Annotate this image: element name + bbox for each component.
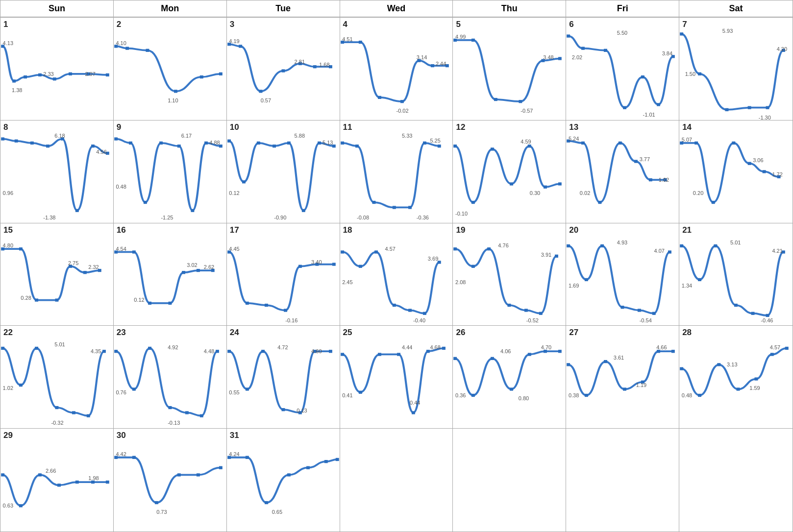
chart-label-22-0: 5.01	[54, 341, 65, 347]
svg-rect-11	[174, 90, 177, 93]
week-row-2: 86.180.96-1.384.5696.170.48-1.254.88105.…	[0, 121, 793, 223]
chart-label-22-2: -0.32	[51, 420, 63, 426]
chart-label-11-0: 5.33	[402, 133, 412, 139]
chart-label-28-2: 1.59	[749, 385, 760, 391]
svg-rect-135	[585, 278, 588, 281]
svg-rect-161	[216, 350, 219, 353]
svg-rect-128	[471, 265, 475, 267]
svg-rect-158	[168, 406, 172, 409]
chart-19	[453, 223, 566, 326]
day-number-25: 25	[343, 328, 352, 338]
day-number-21: 21	[682, 225, 692, 235]
svg-rect-116	[284, 309, 287, 312]
day-number-30: 30	[117, 431, 126, 440]
empty-cell-4-4	[453, 429, 566, 532]
svg-rect-154	[102, 350, 106, 353]
day-number-27: 27	[569, 328, 578, 338]
svg-rect-130	[508, 303, 511, 306]
chart-30	[114, 429, 226, 532]
empty-cell-4-6	[679, 429, 793, 532]
svg-rect-86	[581, 142, 585, 145]
svg-rect-97	[763, 170, 766, 173]
chart-label-24-3: 4.60	[311, 348, 322, 354]
svg-rect-24	[400, 100, 404, 103]
week-row-5: 292.660.631.98304.420.73314.240.65	[0, 429, 793, 532]
svg-rect-213	[287, 473, 291, 476]
chart-label-4-2: 3.14	[417, 54, 427, 60]
chart-label-25-2: 0.44	[410, 400, 420, 406]
day-cell-12: 124.59-0.100.30	[453, 121, 566, 223]
svg-rect-22	[358, 41, 362, 44]
svg-rect-77	[437, 145, 441, 147]
day-cell-2: 24.101.10	[114, 18, 227, 120]
svg-rect-43	[725, 108, 729, 111]
svg-rect-44	[748, 106, 751, 109]
day-number-19: 19	[456, 225, 465, 235]
day-cell-28: 283.130.481.594.57	[679, 326, 793, 428]
svg-rect-83	[544, 185, 547, 188]
svg-rect-156	[132, 388, 136, 391]
chart-28	[679, 326, 793, 428]
day-number-7: 7	[682, 20, 687, 29]
chart-label-21-1: 1.34	[682, 283, 692, 289]
svg-rect-179	[510, 388, 514, 391]
chart-1	[0, 18, 113, 120]
chart-label-14-2: 3.06	[753, 157, 763, 163]
day-cell-3: 34.190.572.811.68	[227, 18, 340, 120]
svg-rect-104	[83, 271, 87, 274]
chart-label-27-1: 0.38	[569, 392, 579, 398]
svg-rect-5	[69, 73, 72, 75]
svg-rect-38	[641, 75, 644, 78]
empty-cell-4-3	[340, 429, 453, 532]
day-cell-24: 244.720.550.134.60	[227, 326, 340, 428]
svg-rect-69	[318, 142, 321, 145]
chart-3	[227, 18, 340, 120]
day-cell-5: 54.99-0.573.48	[453, 18, 566, 120]
svg-rect-188	[657, 350, 660, 353]
empty-cell-4-5	[566, 429, 679, 532]
svg-rect-35	[581, 47, 585, 50]
chart-24	[227, 326, 340, 428]
svg-rect-3	[38, 73, 42, 76]
chart-11	[340, 121, 453, 223]
svg-rect-119	[332, 263, 336, 266]
chart-label-8-0: 6.18	[54, 133, 65, 139]
chart-label-16-2: 3.02	[187, 262, 197, 268]
svg-rect-60	[191, 209, 194, 212]
svg-rect-49	[30, 142, 34, 145]
chart-label-10-2: -0.90	[274, 215, 286, 220]
day-number-10: 10	[230, 122, 239, 132]
svg-rect-181	[544, 350, 547, 353]
svg-rect-13	[219, 73, 223, 75]
svg-rect-174	[426, 350, 429, 353]
svg-rect-209	[219, 466, 223, 469]
chart-label-12-0: 4.59	[520, 139, 531, 145]
chart-label-30-0: 4.42	[116, 451, 126, 457]
chart-label-21-0: 5.01	[730, 240, 741, 245]
chart-17	[227, 223, 340, 326]
svg-rect-94	[712, 201, 715, 204]
svg-rect-90	[649, 178, 652, 181]
chart-4	[340, 18, 453, 120]
chart-label-28-1: 0.48	[682, 392, 692, 398]
svg-rect-19	[313, 65, 317, 68]
day-cell-6: 65.502.02-1.013.84	[566, 18, 679, 120]
svg-rect-47	[1, 137, 4, 140]
svg-rect-9	[125, 47, 129, 50]
chart-label-4-3: 2.44	[436, 61, 446, 67]
header-wed: Wed	[340, 0, 453, 17]
chart-label-13-2: 3.77	[640, 156, 650, 162]
chart-label-1-3: 2.07	[85, 71, 95, 77]
chart-20	[566, 223, 679, 326]
chart-label-15-0: 4.80	[3, 242, 13, 248]
svg-rect-23	[378, 96, 381, 99]
chart-label-11-3: 5.25	[430, 138, 440, 144]
chart-label-22-1: 1.02	[3, 385, 13, 391]
svg-rect-52	[75, 209, 79, 212]
day-cell-27: 273.610.381.194.66	[566, 326, 679, 428]
svg-rect-96	[748, 162, 751, 165]
day-number-23: 23	[117, 328, 126, 338]
svg-rect-133	[555, 254, 558, 257]
svg-rect-125	[423, 312, 426, 314]
chart-label-8-1: 0.96	[3, 190, 13, 196]
